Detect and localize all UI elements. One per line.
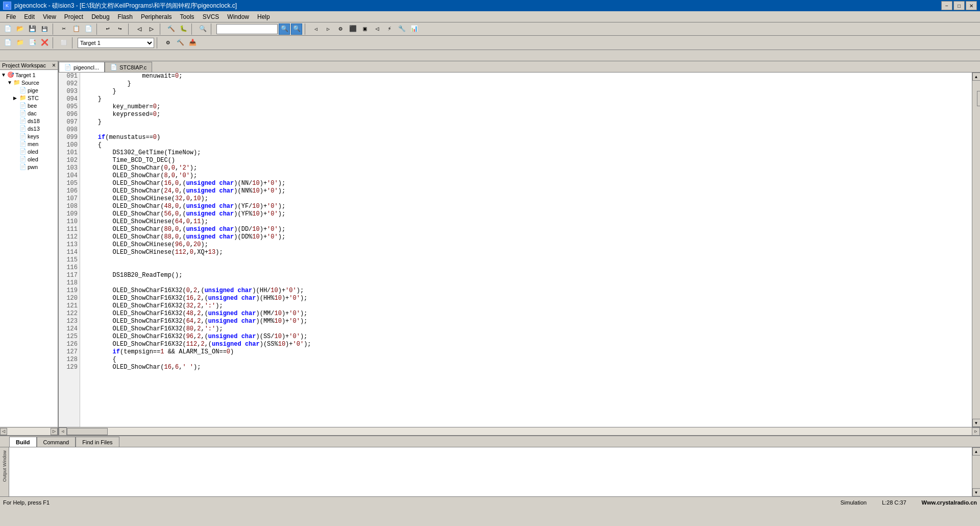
project-header: Project Workspac ×: [0, 61, 58, 70]
btn-extra1[interactable]: ◁: [310, 23, 322, 35]
menu-item-file[interactable]: File: [2, 12, 20, 21]
tb2-download-button[interactable]: 📥: [187, 37, 198, 49]
tb2-btn4[interactable]: ❌: [39, 37, 50, 49]
tree-item-ds18[interactable]: 📄 ds18: [0, 117, 58, 125]
menu-item-help[interactable]: Help: [253, 12, 274, 21]
output-tab-find-in-files[interactable]: Find in Files: [76, 437, 119, 447]
cut-button[interactable]: ✂: [58, 23, 69, 35]
scroll-up-button[interactable]: ▲: [972, 73, 981, 81]
search-options-button[interactable]: 🔍: [291, 23, 302, 35]
project-hscroll[interactable]: ◁ ▷: [0, 427, 58, 435]
btn-extra2[interactable]: ▷: [323, 23, 334, 35]
btn-extra8[interactable]: 🔧: [396, 23, 407, 35]
line-num-107: 107: [59, 195, 80, 203]
tb2-btn1[interactable]: 📄: [2, 37, 13, 49]
menu-item-flash[interactable]: Flash: [114, 12, 137, 21]
proj-scroll-right[interactable]: ▷: [51, 428, 58, 435]
btn-extra6[interactable]: ◁: [372, 23, 383, 35]
btn-extra4[interactable]: ⬛: [347, 23, 358, 35]
code-line-095: key_number=0;: [83, 103, 972, 111]
output-scroll-down[interactable]: ▼: [972, 488, 981, 496]
tree-item-pwn[interactable]: 📄 pwn: [0, 163, 58, 171]
minimize-button[interactable]: −: [941, 1, 952, 10]
tree-item-source[interactable]: ▼ 📁 Source: [0, 79, 58, 86]
scroll-down-button[interactable]: ▼: [972, 419, 981, 427]
tb2-btn3[interactable]: 📑: [27, 37, 38, 49]
tb2-btn2[interactable]: 📁: [14, 37, 26, 49]
hscroll-right-button[interactable]: ▷: [972, 427, 980, 436]
tab-icon-pigeon: 📄: [64, 64, 71, 70]
redo-button[interactable]: ↪: [114, 23, 126, 35]
output-text-area[interactable]: [9, 447, 972, 496]
tree-label-oled2: oled: [28, 156, 38, 162]
navigate-forward-button[interactable]: ▷: [146, 23, 157, 35]
line-num-124: 124: [59, 325, 80, 333]
project-close-btn[interactable]: ×: [52, 62, 56, 69]
menu-item-view[interactable]: View: [39, 12, 60, 21]
tb2-btn5[interactable]: ⬜: [58, 37, 69, 49]
open-button[interactable]: 📂: [14, 23, 26, 35]
menu-item-tools[interactable]: Tools: [176, 12, 199, 21]
new-file-button[interactable]: 📄: [2, 23, 13, 35]
tree-item-oled1[interactable]: 📄 oled: [0, 148, 58, 155]
tree-item-pige[interactable]: 📄 pige: [0, 86, 58, 94]
code-line-100: {: [83, 141, 972, 149]
menu-item-debug[interactable]: Debug: [87, 12, 113, 21]
btn-extra9[interactable]: 📊: [408, 23, 420, 35]
code-line-116: [83, 264, 972, 272]
tree-item-bee[interactable]: 📄 bee: [0, 102, 58, 109]
save-button[interactable]: 💾: [27, 23, 38, 35]
menu-item-window[interactable]: Window: [223, 12, 253, 21]
btn-extra7[interactable]: ⚡: [384, 23, 395, 35]
tree-item-men[interactable]: 📄 men: [0, 140, 58, 148]
tree-item-oled2[interactable]: 📄 oled: [0, 155, 58, 163]
paste-button[interactable]: 📄: [83, 23, 94, 35]
tree-item-keys[interactable]: 📄 keys: [0, 132, 58, 140]
btn-extra5[interactable]: ▣: [359, 23, 371, 35]
search-go-button[interactable]: 🔍: [279, 23, 290, 35]
navigate-back-button[interactable]: ◁: [134, 23, 145, 35]
debug-btn[interactable]: 🐛: [178, 23, 189, 35]
horizontal-scrollbar[interactable]: ◁ ▷: [59, 427, 980, 435]
tb2-build-all-button[interactable]: 🔨: [175, 37, 186, 49]
btn-extra3[interactable]: ⚙: [335, 23, 346, 35]
undo-button[interactable]: ↩: [102, 23, 113, 35]
tree-item-target1[interactable]: ▼ 🎯 Target 1: [0, 71, 58, 79]
main-layout: Project Workspac × ▼ 🎯 Target 1 ▼ 📁 Sour…: [0, 61, 980, 435]
tree-label-pige: pige: [28, 87, 38, 93]
output-scroll-up[interactable]: ▲: [972, 447, 981, 456]
editor-tab-stc8iap[interactable]: 📄 STC8IAP.c: [105, 62, 152, 72]
output-vscroll[interactable]: ▲ ▼: [972, 447, 980, 496]
tb2-translate-button[interactable]: ⚙: [162, 37, 174, 49]
menu-item-peripherals[interactable]: Peripherals: [137, 12, 176, 21]
tb2-sep1: [53, 37, 56, 49]
menu-item-project[interactable]: Project: [60, 12, 87, 21]
separator7: [305, 23, 308, 35]
output-tab-build[interactable]: Build: [9, 437, 37, 447]
build-btn[interactable]: 🔨: [165, 23, 177, 35]
output-side-panel: Output Window: [0, 447, 9, 496]
hscroll-thumb[interactable]: [67, 428, 108, 435]
output-tab-command[interactable]: Command: [37, 437, 76, 447]
close-button[interactable]: ✕: [966, 1, 977, 10]
target-selector[interactable]: Target 1: [78, 38, 154, 48]
code-editor-tabs: 📄 pigeoncl... 📄 STC8IAP.c: [59, 61, 980, 73]
search-input[interactable]: [216, 24, 278, 34]
scroll-thumb[interactable]: [977, 91, 981, 106]
toolbar2: 📄 📁 📑 ❌ ⬜ Target 1 ⚙ 🔨 📥: [0, 36, 980, 50]
tree-icon-pige: 📄: [19, 87, 27, 93]
maximize-button[interactable]: □: [953, 1, 965, 10]
code-lines[interactable]: menuwait=0; } } } key_number=0; keypress…: [80, 73, 972, 427]
tree-item-ds13[interactable]: 📄 ds13: [0, 125, 58, 132]
tree-item-stc[interactable]: ▶ 📁 STC: [0, 94, 58, 102]
menu-item-svcs[interactable]: SVCS: [199, 12, 224, 21]
proj-scroll-left[interactable]: ◁: [0, 428, 7, 435]
find-button[interactable]: 🔍: [197, 23, 208, 35]
hscroll-left-button[interactable]: ◁: [59, 427, 67, 436]
menu-item-edit[interactable]: Edit: [20, 12, 39, 21]
copy-button[interactable]: 📋: [70, 23, 82, 35]
tree-item-dac[interactable]: 📄 dac: [0, 109, 58, 117]
save-all-button[interactable]: 💾: [39, 23, 50, 35]
vertical-scrollbar[interactable]: ▲ ▼: [972, 73, 980, 427]
editor-tab-pigeon[interactable]: 📄 pigeoncl...: [59, 62, 105, 72]
